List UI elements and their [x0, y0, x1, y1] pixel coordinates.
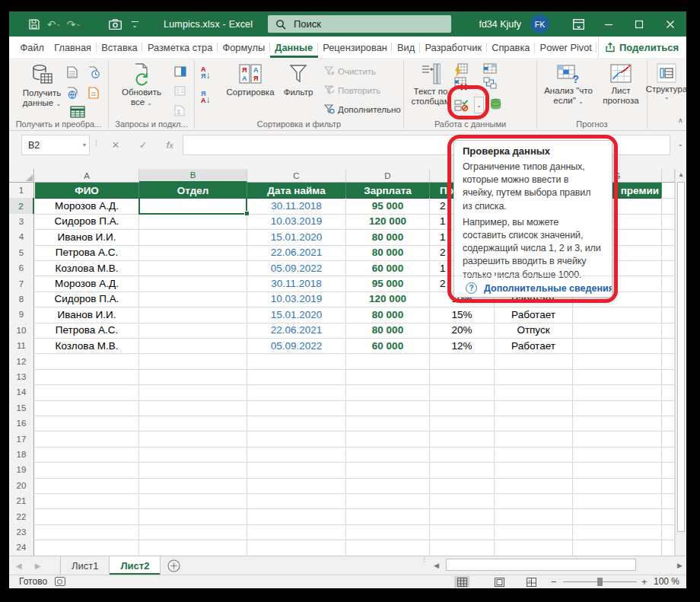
cell-r6c0[interactable]: Козлова М.В.: [35, 260, 139, 276]
cell-r16c4[interactable]: [430, 416, 495, 432]
cell-r5c3[interactable]: 80 000: [346, 245, 430, 261]
cell-r4c2[interactable]: 15.01.2020: [247, 229, 346, 245]
minimize-button[interactable]: [593, 11, 624, 37]
cell-r17c5[interactable]: [495, 431, 573, 447]
sheet-tab-list1[interactable]: Лист1: [61, 556, 110, 575]
cell-r15c2[interactable]: [247, 400, 346, 416]
cell-r14c4[interactable]: [430, 384, 495, 400]
row-header-23[interactable]: 23: [9, 524, 34, 540]
column-header-partial[interactable]: [662, 169, 675, 183]
row-header-4[interactable]: 4: [9, 229, 34, 245]
row-header-18[interactable]: 18: [9, 447, 34, 463]
row-header-13[interactable]: 13: [9, 369, 34, 385]
row-header-6[interactable]: 6: [9, 260, 34, 276]
properties-icon[interactable]: [174, 66, 186, 77]
clear-filter-button[interactable]: Очистить: [324, 66, 376, 76]
cell-r20c7[interactable]: [662, 478, 675, 494]
cell-r24c1[interactable]: [139, 540, 247, 556]
qat-customize-icon[interactable]: ⌄: [125, 14, 145, 34]
ribbon-display-options-icon[interactable]: [563, 11, 593, 37]
cell-r18c2[interactable]: [247, 447, 346, 463]
cell-r21c4[interactable]: [430, 493, 495, 509]
zoom-slider-thumb[interactable]: [597, 578, 603, 586]
macro-record-icon[interactable]: [55, 577, 65, 586]
cell-r10c2[interactable]: 22.06.2021: [247, 323, 346, 339]
cell-H1[interactable]: [662, 183, 675, 199]
cell-r16c3[interactable]: [346, 416, 430, 432]
cell-r13c3[interactable]: [346, 369, 430, 385]
cell-r18c7[interactable]: [662, 447, 675, 463]
cell-r9c0[interactable]: Иванов И.И.: [35, 307, 139, 323]
cell-r16c6[interactable]: [573, 416, 662, 432]
vertical-scroll-thumb[interactable]: [677, 182, 685, 532]
row-header-5[interactable]: 5: [9, 245, 34, 261]
cell-r21c6[interactable]: [573, 493, 662, 509]
avatar[interactable]: FK: [530, 14, 549, 33]
cell-r16c1[interactable]: [139, 416, 247, 432]
cell-r11cG[interactable]: [573, 338, 662, 354]
cell-r15c4[interactable]: [430, 400, 495, 416]
cell-r11c4[interactable]: 12%: [430, 338, 495, 354]
cell-r8c1[interactable]: [139, 291, 247, 307]
cell-r13c7[interactable]: [662, 369, 675, 385]
ribbon-tab-5[interactable]: Данные: [270, 37, 318, 58]
vertical-scrollbar[interactable]: ▲: [675, 169, 686, 556]
row-header-15[interactable]: 15: [9, 400, 34, 416]
cell-r24c5[interactable]: [495, 540, 573, 556]
cell-r15c0[interactable]: [35, 400, 139, 416]
manage-data-model-icon[interactable]: [489, 97, 502, 110]
row-header-2[interactable]: 2: [9, 198, 34, 214]
fx-icon[interactable]: fx: [167, 139, 173, 151]
scroll-right-icon[interactable]: ▶: [673, 556, 686, 574]
cell-r14c7[interactable]: [662, 384, 675, 400]
cell-r23c3[interactable]: [346, 524, 430, 540]
cell-r6cH[interactable]: [662, 260, 675, 276]
undo-icon[interactable]: ↶⌄: [44, 14, 64, 34]
cell-r22c6[interactable]: [573, 508, 662, 524]
cell-r17c3[interactable]: [346, 431, 430, 447]
sheet-nav-left-icon[interactable]: ◀: [9, 556, 28, 575]
cell-r12c7[interactable]: [662, 353, 675, 369]
cell-r10cH[interactable]: [662, 323, 675, 339]
cell-r20c5[interactable]: [495, 478, 573, 494]
cell-r17c4[interactable]: [430, 431, 495, 447]
formula-bar-expand-icon[interactable]: ⌄: [677, 140, 683, 148]
zoom-level[interactable]: 100 %: [654, 576, 679, 587]
name-box[interactable]: B2▾: [21, 135, 90, 155]
cell-r6c2[interactable]: 05.09.2022: [247, 260, 346, 276]
horizontal-scrollbar[interactable]: ◀ ▶: [430, 556, 686, 574]
row-header-7[interactable]: 7: [9, 276, 34, 291]
cell-r17c6[interactable]: [573, 431, 662, 447]
cell-r13c6[interactable]: [573, 369, 662, 385]
cell-r16c5[interactable]: [495, 416, 573, 432]
cell-r9c4[interactable]: 15%: [430, 307, 495, 323]
recent-sources-icon[interactable]: [88, 66, 100, 78]
cell-r23c4[interactable]: [430, 524, 495, 540]
cell-r14c3[interactable]: [346, 384, 430, 400]
from-web-icon[interactable]: [67, 87, 78, 99]
cell-r22c7[interactable]: [662, 508, 675, 524]
row-header-9[interactable]: 9: [9, 307, 34, 323]
scroll-up-icon[interactable]: ▲: [676, 169, 686, 180]
cell-r23c1[interactable]: [139, 524, 247, 540]
row-header-11[interactable]: 11: [9, 338, 34, 354]
cell-r12c5[interactable]: [495, 353, 573, 369]
row-header-3[interactable]: 3: [9, 214, 34, 230]
cell-r24c7[interactable]: [662, 540, 675, 556]
filter-button[interactable]: Фильтр: [280, 63, 317, 97]
row-header-19[interactable]: 19: [9, 462, 34, 478]
page-layout-view-icon[interactable]: [492, 576, 507, 588]
horizontal-scroll-thumb[interactable]: [446, 559, 636, 571]
ribbon-tab-10[interactable]: Power Pivot: [535, 37, 597, 58]
cell-r18c5[interactable]: [495, 447, 573, 463]
cell-r5c0[interactable]: Петрова А.С.: [35, 245, 139, 261]
scroll-left-icon[interactable]: ◀: [430, 556, 443, 574]
cell-r20c2[interactable]: [247, 478, 346, 494]
ribbon-tab-3[interactable]: Разметка стра: [142, 37, 218, 58]
cell-r15c3[interactable]: [346, 400, 430, 416]
maximize-button[interactable]: [624, 11, 654, 37]
cell-r24c0[interactable]: [35, 540, 139, 556]
cell-r12c6[interactable]: [573, 353, 662, 369]
cell-r21c1[interactable]: [139, 493, 247, 509]
cell-r11c0[interactable]: Козлова М.В.: [35, 338, 139, 354]
